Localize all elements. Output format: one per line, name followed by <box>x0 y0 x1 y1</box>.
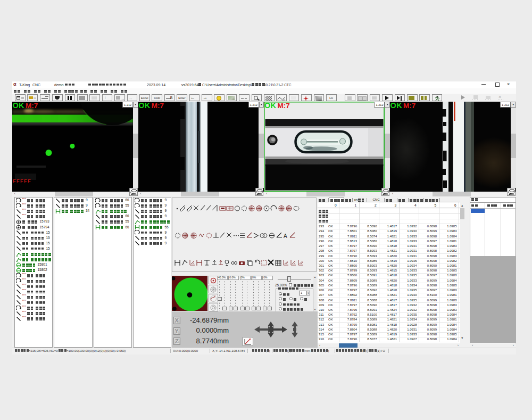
svg-text:A: A <box>284 233 287 239</box>
svg-text:FFFFF: FFFFF <box>13 178 31 184</box>
